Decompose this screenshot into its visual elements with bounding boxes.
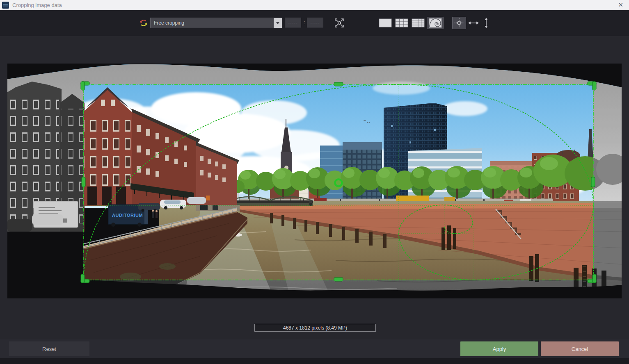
close-icon[interactable]: ✕ bbox=[618, 1, 623, 9]
rotate-crop-button[interactable] bbox=[138, 17, 149, 29]
ratio-separator: : bbox=[304, 19, 305, 25]
crop-dimensions-status: 4687 x 1812 pixels (8.49 MP) bbox=[254, 324, 376, 332]
crop-mode-dropdown[interactable]: Free cropping bbox=[150, 18, 282, 28]
overlay-none-icon bbox=[379, 18, 392, 28]
overlay-fine-grid-button[interactable] bbox=[410, 17, 425, 29]
crop-handle-bottom[interactable] bbox=[334, 278, 343, 281]
panorama-image[interactable]: AUDITORIUM bbox=[7, 64, 622, 298]
window-bottom-edge bbox=[0, 358, 629, 364]
overlay-fine-grid-icon bbox=[412, 18, 425, 28]
center-marker-icon bbox=[453, 17, 465, 29]
ratio-width-input[interactable] bbox=[285, 18, 301, 27]
overlay-golden-spiral-button[interactable] bbox=[427, 17, 444, 29]
horizontal-arrow-icon bbox=[468, 20, 479, 26]
crop-toolbar: Free cropping : bbox=[0, 10, 629, 36]
reset-button[interactable]: Reset bbox=[9, 341, 89, 356]
crop-mode-value: Free cropping bbox=[151, 20, 274, 26]
photo-canvas[interactable]: AUDITORIUM bbox=[7, 64, 622, 298]
overlay-thirds-grid-icon bbox=[395, 18, 408, 28]
auditorium-billboard-text: AUDITORIUM bbox=[112, 213, 143, 218]
center-marker-button[interactable] bbox=[452, 17, 466, 29]
vertical-arrow-button[interactable] bbox=[480, 17, 492, 29]
panorama-scene: AUDITORIUM bbox=[7, 64, 622, 298]
maximize-selection-button[interactable] bbox=[332, 17, 346, 29]
cancel-button[interactable]: Cancel bbox=[541, 341, 619, 356]
horizontal-arrow-button[interactable] bbox=[467, 17, 480, 29]
rotate-crop-icon bbox=[140, 19, 148, 27]
app-icon bbox=[2, 2, 9, 9]
window-title: Cropping image data bbox=[12, 2, 62, 8]
apply-button[interactable]: Apply bbox=[460, 341, 538, 356]
crop-handle-left[interactable] bbox=[82, 177, 85, 187]
dropdown-arrow-icon[interactable] bbox=[274, 18, 282, 28]
maximize-selection-icon bbox=[334, 18, 345, 28]
overlay-thirds-grid-button[interactable] bbox=[394, 17, 409, 29]
crop-handle-right[interactable] bbox=[591, 177, 595, 187]
footer-bar: Reset Apply Cancel bbox=[0, 339, 629, 358]
crop-handle-top[interactable] bbox=[334, 82, 343, 86]
window-titlebar: Cropping image data ✕ bbox=[0, 0, 629, 10]
vertical-arrow-icon bbox=[483, 18, 489, 28]
overlay-none-button[interactable] bbox=[377, 17, 393, 29]
overlay-golden-spiral-icon bbox=[429, 18, 442, 28]
ratio-height-input[interactable] bbox=[307, 18, 323, 27]
